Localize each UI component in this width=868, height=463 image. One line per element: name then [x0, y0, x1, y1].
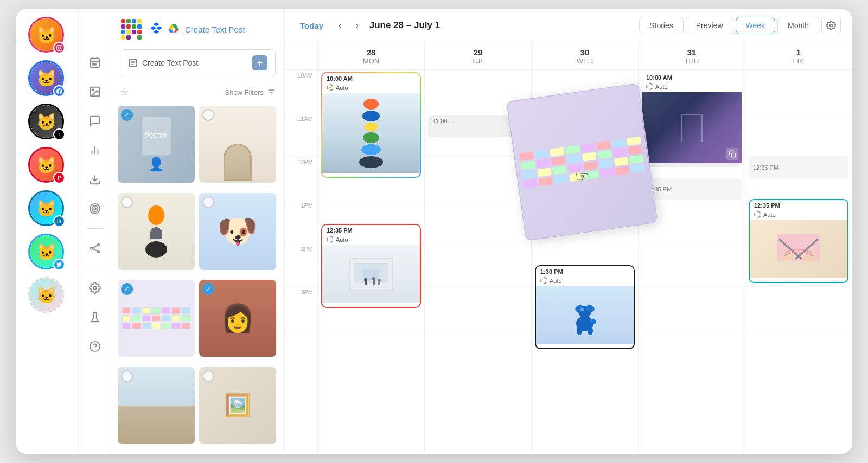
calendar-icon[interactable]: [85, 53, 105, 72]
svg-point-16: [97, 244, 99, 246]
media-thumb-poetry[interactable]: POETRY 👤 ✓: [118, 106, 195, 183]
media-check-balloon[interactable]: ✓: [202, 196, 214, 208]
facebook-badge: [53, 85, 65, 97]
avatar-pinterest[interactable]: 🐱 P: [28, 147, 66, 185]
svg-rect-58: [378, 281, 380, 285]
sidebar-divider-2: [87, 268, 103, 268]
event-wed-balloon[interactable]: 1:30 PM Auto: [535, 265, 635, 349]
media-check-arch[interactable]: ✓: [202, 109, 214, 121]
next-arrow[interactable]: ›: [352, 18, 361, 33]
nodes-icon[interactable]: [85, 239, 105, 258]
upload-media-button[interactable]: Create Text Post: [185, 25, 245, 34]
show-filters-label: Show Filters: [225, 88, 264, 97]
event-thu-1[interactable]: 10:00 AM Auto: [642, 72, 742, 167]
star-icon[interactable]: ☆: [120, 86, 129, 98]
gear-icon: [826, 21, 836, 30]
avatar-twitter[interactable]: 🐱: [28, 234, 66, 272]
week-tab[interactable]: Week: [736, 17, 776, 34]
target-icon[interactable]: [85, 199, 105, 218]
media-thumb-bottom[interactable]: 🖼️ ✓: [199, 367, 276, 444]
svg-rect-33: [126, 30, 131, 34]
media-check-keyboard[interactable]: ✓: [121, 283, 133, 295]
show-filters-button[interactable]: Show Filters: [225, 88, 276, 97]
lab-icon[interactable]: [85, 307, 105, 327]
day-header-mon: 28 MON: [317, 42, 424, 69]
event-time-mon-1: 10:00 AM: [327, 75, 353, 82]
media-thumb-fruit[interactable]: ✓: [118, 193, 195, 270]
svg-rect-24: [121, 19, 125, 23]
event-img-mon-1: [322, 93, 420, 173]
media-thumb-landscape[interactable]: ✓: [118, 367, 195, 444]
preview-tab[interactable]: Preview: [686, 17, 733, 34]
media-icon[interactable]: [85, 82, 105, 101]
svg-rect-54: [365, 281, 367, 285]
event-fri-1[interactable]: 12:35 PM: [749, 157, 848, 178]
event-label-fri: Auto: [763, 211, 776, 218]
svg-rect-28: [121, 24, 125, 29]
media-thumb-woman[interactable]: 👩 ✓: [199, 280, 276, 357]
instagram-badge: [53, 42, 65, 54]
media-check-poetry[interactable]: ✓: [121, 109, 133, 121]
download-icon[interactable]: [85, 170, 105, 189]
day-header-tue: 29 TUE: [424, 42, 531, 69]
help-icon[interactable]: [85, 337, 105, 356]
svg-point-64: [588, 326, 593, 335]
avatar-instagram[interactable]: 🐱: [28, 17, 66, 55]
event-time-wed: 1:30 PM: [540, 268, 563, 275]
settings-icon[interactable]: [85, 278, 105, 298]
dropbox-icon: [150, 22, 162, 37]
svg-rect-32: [121, 30, 125, 34]
view-tabs: Stories Preview Week Month: [639, 16, 841, 35]
chat-icon[interactable]: [85, 111, 105, 131]
filters-bar: ☆ Show Filters: [111, 83, 284, 104]
twitter-badge: [53, 259, 65, 271]
avatar-facebook[interactable]: 🐱: [28, 60, 66, 98]
today-button[interactable]: Today: [296, 19, 328, 33]
calendar-main: Today ‹ › June 28 – July 1 Stories Previ…: [285, 9, 852, 454]
media-thumb-keyboard[interactable]: ✓: [118, 280, 195, 357]
create-text-post-bar[interactable]: Create Text Post +: [120, 49, 276, 76]
avatar-extra[interactable]: 🐱: [28, 277, 66, 315]
media-thumb-arch[interactable]: ✓: [199, 106, 276, 183]
media-check-woman[interactable]: ✓: [202, 283, 214, 295]
create-post-plus-button[interactable]: +: [252, 55, 267, 70]
knitting-svg: [774, 229, 823, 269]
svg-point-14: [94, 208, 96, 210]
media-header: Create Text Post: [111, 9, 284, 49]
google-drive-icon: [168, 22, 180, 36]
event-label-mon-2: Auto: [336, 236, 348, 243]
calendar-settings-button[interactable]: [821, 16, 841, 35]
media-panel: Create Text Post Create Text Post + ☆ Sh…: [111, 9, 285, 454]
pinterest-badge: P: [53, 172, 65, 184]
keyboard-overlay: [506, 83, 658, 241]
avatar-linkedin[interactable]: 🐱 in: [28, 190, 66, 228]
event-thu-2[interactable]: 12:35 PM: [642, 178, 742, 200]
avatar-sidebar: 🐱 🐱 🐱 ♪ 🐱: [16, 9, 79, 454]
media-check-bottom[interactable]: ✓: [202, 370, 214, 382]
auto-icon-mon-2: [327, 236, 334, 243]
event-mon-2[interactable]: 12:35 PM Auto: [321, 224, 421, 308]
copy-icon: [729, 150, 736, 158]
avatar-tiktok[interactable]: 🐱 ♪: [28, 104, 66, 142]
day-col-thu: 10:00 AM Auto: [638, 70, 745, 454]
create-post-left: Create Text Post: [128, 58, 198, 68]
event-label-wed: Auto: [550, 278, 562, 284]
event-mon-1[interactable]: 10:00 AM ⚡ Auto: [321, 72, 421, 178]
event-img-mon-2: [322, 245, 420, 303]
event-label-thu-1: Auto: [655, 83, 668, 90]
day-col-wed: ☞ 1:30 PM Auto: [531, 70, 638, 454]
svg-line-19: [92, 248, 97, 252]
stories-tab[interactable]: Stories: [639, 17, 684, 34]
auto-icon-thu-1: [646, 83, 653, 90]
month-tab[interactable]: Month: [777, 17, 819, 34]
svg-rect-38: [137, 35, 142, 40]
media-thumb-balloon[interactable]: 🐶 ✓: [199, 193, 276, 270]
media-check-fruit[interactable]: ✓: [121, 196, 133, 208]
svg-rect-37: [126, 35, 131, 40]
event-fri-2[interactable]: 12:35 PM Auto: [749, 199, 848, 283]
svg-rect-29: [126, 24, 131, 29]
analytics-icon[interactable]: [85, 140, 105, 160]
media-check-landscape[interactable]: ✓: [121, 370, 133, 382]
prev-arrow[interactable]: ‹: [335, 18, 344, 33]
svg-point-63: [577, 326, 582, 335]
